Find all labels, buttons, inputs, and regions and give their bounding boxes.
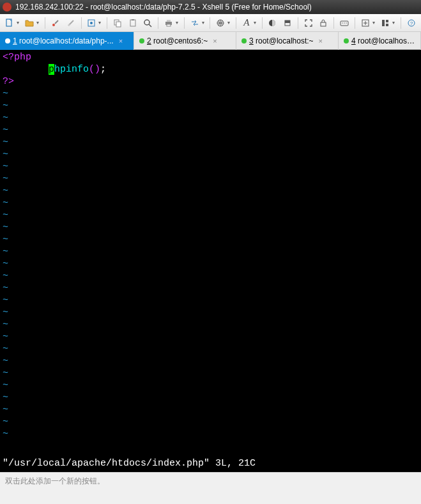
vim-tilde: ~	[3, 356, 8, 366]
properties-icon[interactable]	[85, 16, 99, 30]
help-icon[interactable]: ?	[404, 16, 418, 30]
vim-tilde: ~	[3, 368, 8, 379]
vim-tilde: ~	[3, 380, 8, 391]
svg-text:?: ?	[410, 20, 413, 26]
toolbar-separator	[298, 17, 298, 29]
vim-tilde: ~	[3, 137, 8, 148]
dropdown-icon[interactable]: ▾	[392, 20, 397, 26]
highlight-icon[interactable]	[280, 16, 295, 30]
toolbar-separator	[184, 17, 185, 29]
copy-icon[interactable]	[111, 16, 125, 30]
dropdown-icon[interactable]: ▾	[98, 20, 103, 26]
quick-button-bar[interactable]: 双击此处添加一个新的按钮。	[0, 472, 421, 490]
svg-point-19	[342, 22, 342, 23]
reconnect-icon[interactable]	[49, 16, 63, 30]
status-dot-icon	[241, 38, 247, 43]
svg-point-4	[90, 22, 93, 24]
toolbar-separator	[262, 17, 263, 29]
lock-icon[interactable]	[317, 16, 331, 30]
code-line: phpinfo();	[3, 64, 106, 75]
color-scheme-icon[interactable]	[266, 16, 280, 30]
fullscreen-icon[interactable]	[302, 16, 316, 30]
tab-close-icon[interactable]: ×	[119, 37, 123, 45]
session-tabs: 1 root@localhost:/data/php-... × 2 root@…	[0, 32, 421, 50]
status-dot-icon	[5, 38, 10, 43]
dropdown-icon[interactable]: ▾	[372, 20, 378, 26]
vim-tilde: ~	[3, 222, 8, 233]
dropdown-icon[interactable]: ▾	[202, 20, 207, 26]
open-folder-icon[interactable]	[23, 16, 37, 30]
globe-icon[interactable]	[213, 16, 227, 30]
toolbar-separator	[333, 17, 334, 29]
vim-status-line: "/usr/local/apache/htdocs/index.php" 3L,…	[3, 457, 256, 469]
toolbar-separator	[236, 17, 236, 29]
svg-rect-8	[132, 19, 134, 20]
svg-rect-11	[167, 20, 171, 22]
main-toolbar: ▾ ▾ ▾ ▾ ▾ ▾ A ▾	[0, 14, 421, 32]
vim-tilde: ~	[3, 283, 8, 294]
disconnect-icon[interactable]	[64, 16, 78, 30]
add-icon[interactable]	[358, 16, 372, 30]
vim-tilde: ~	[3, 246, 8, 257]
toolbar-separator	[45, 17, 45, 29]
vim-tilde: ~	[3, 343, 8, 354]
font-icon[interactable]: A	[240, 16, 254, 30]
keyboard-icon[interactable]	[337, 16, 351, 30]
tab-close-icon[interactable]: ×	[319, 37, 323, 45]
vim-tilde: ~	[3, 331, 8, 342]
search-icon[interactable]	[141, 16, 155, 30]
new-file-icon[interactable]	[3, 16, 17, 30]
vim-tilde: ~	[3, 258, 8, 269]
dropdown-icon[interactable]: ▾	[176, 20, 181, 26]
svg-point-21	[346, 22, 346, 23]
vim-tilde: ~	[3, 392, 8, 403]
print-icon[interactable]	[162, 16, 176, 30]
vim-tilde: ~	[3, 113, 8, 123]
toolbar-separator	[210, 17, 210, 29]
cursor: p	[49, 64, 54, 75]
tab-session-1[interactable]: 1 root@localhost:/data/php-... ×	[0, 32, 134, 50]
quick-button-hint: 双击此处添加一个新的按钮。	[5, 476, 105, 487]
status-dot-icon	[344, 38, 349, 43]
code-line: <?php	[3, 52, 31, 63]
tab-label: 1 root@localhost:/data/php-...	[13, 36, 114, 45]
toolbar-separator	[158, 17, 158, 29]
svg-point-9	[144, 20, 149, 25]
vim-tilde: ~	[3, 198, 8, 209]
svg-rect-16	[285, 20, 290, 23]
tab-close-icon[interactable]: ×	[213, 37, 217, 45]
dropdown-icon[interactable]: ▾	[227, 20, 233, 26]
vim-tilde: ~	[3, 416, 8, 427]
svg-rect-25	[386, 24, 388, 26]
tab-session-2[interactable]: 2 root@centos6:~ ×	[134, 32, 236, 50]
svg-rect-12	[167, 24, 171, 26]
terminal-view[interactable]: <?php phpinfo(); ?> ~ ~ ~ ~ ~ ~ ~ ~ ~ ~ …	[0, 50, 421, 472]
status-dot-icon	[139, 38, 144, 43]
vim-tilde: ~	[3, 161, 8, 172]
svg-point-1	[52, 24, 55, 26]
vim-tilde: ~	[3, 295, 8, 306]
paste-icon[interactable]	[126, 16, 140, 30]
transfer-icon[interactable]	[188, 16, 202, 30]
vim-tilde: ~	[3, 271, 8, 281]
tab-label: 4 root@localhost:~	[351, 36, 415, 45]
vim-tilde: ~	[3, 88, 8, 99]
svg-rect-17	[321, 22, 326, 26]
svg-point-2	[68, 24, 70, 26]
vim-tilde: ~	[3, 429, 8, 439]
dropdown-icon[interactable]: ▾	[254, 20, 259, 26]
dropdown-icon[interactable]: ▾	[36, 20, 42, 26]
vim-tilde: ~	[3, 185, 8, 196]
dropdown-icon[interactable]: ▾	[17, 20, 22, 26]
vim-tilde: ~	[3, 234, 8, 245]
vim-tilde: ~	[3, 149, 8, 160]
vim-tilde: ~	[3, 319, 8, 330]
svg-rect-23	[382, 20, 385, 26]
vim-tilde: ~	[3, 404, 8, 415]
app-icon	[3, 3, 11, 12]
layout-icon[interactable]	[379, 16, 393, 30]
toolbar-separator	[355, 17, 355, 29]
tab-session-4[interactable]: 4 root@localhost:~	[339, 32, 421, 50]
code-line: ?>	[3, 76, 14, 87]
tab-session-3[interactable]: 3 root@localhost:~ ×	[236, 32, 339, 50]
